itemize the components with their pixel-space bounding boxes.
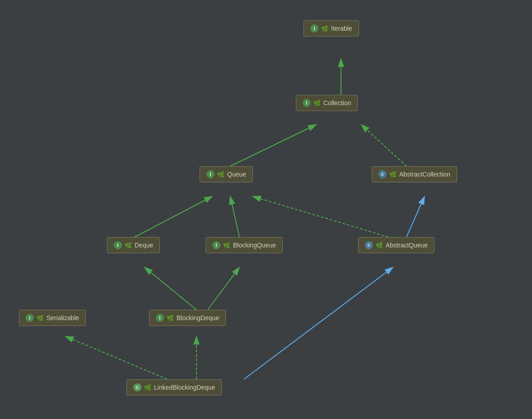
leaf-icon-blocking-queue: 🌿 <box>223 242 230 249</box>
connections-svg <box>0 0 532 419</box>
badge-blocking-deque: I <box>156 314 164 322</box>
node-linked-blocking-deque[interactable]: C 🌿 LinkedBlockingDeque <box>126 379 222 396</box>
badge-deque: I <box>114 241 122 249</box>
node-blocking-deque[interactable]: I 🌿 BlockingDeque <box>149 310 226 326</box>
badge-serializable: I <box>26 314 34 322</box>
badge-linked-blocking-deque: C <box>133 383 141 391</box>
label-collection: Collection <box>323 99 351 107</box>
leaf-icon-linked-blocking-deque: 🌿 <box>144 384 151 391</box>
svg-line-8 <box>253 196 388 237</box>
node-queue[interactable]: I 🌿 Queue <box>200 166 253 182</box>
node-collection[interactable]: I 🌿 Collection <box>296 95 358 111</box>
node-serializable[interactable]: I 🌿 Serializable <box>19 310 86 326</box>
svg-line-14 <box>244 267 393 379</box>
node-abstract-collection[interactable]: C 🌿 AbstractCollection <box>372 166 457 182</box>
badge-abstract-queue: C <box>365 241 373 249</box>
svg-line-5 <box>361 125 406 166</box>
leaf-icon-queue: 🌿 <box>217 171 224 178</box>
leaf-icon-deque: 🌿 <box>125 242 132 249</box>
svg-line-7 <box>230 196 239 237</box>
label-blocking-deque: BlockingDeque <box>177 314 219 321</box>
label-iterable: Iterable <box>331 25 352 32</box>
svg-line-11 <box>208 267 239 310</box>
leaf-icon-serializable: 🌿 <box>37 315 44 321</box>
svg-line-12 <box>65 336 167 379</box>
svg-line-6 <box>135 196 212 237</box>
badge-queue: I <box>206 170 215 178</box>
leaf-icon-abstract-collection: 🌿 <box>389 171 397 178</box>
label-deque: Deque <box>135 242 153 249</box>
svg-line-9 <box>406 196 425 237</box>
label-abstract-queue: AbstractQueue <box>386 242 428 249</box>
node-blocking-queue[interactable]: I 🌿 BlockingQueue <box>205 237 283 253</box>
svg-line-4 <box>230 125 316 166</box>
label-abstract-collection: AbstractCollection <box>399 171 450 178</box>
diagram-container: I 🌿 Iterable I 🌿 Collection I 🌿 Queue C … <box>0 0 532 419</box>
label-blocking-queue: BlockingQueue <box>233 242 276 249</box>
label-queue: Queue <box>227 171 246 178</box>
leaf-icon-abstract-queue: 🌿 <box>376 242 383 249</box>
label-serializable: Serializable <box>47 314 79 321</box>
badge-iterable: I <box>310 24 318 33</box>
badge-collection: I <box>303 99 311 107</box>
node-iterable[interactable]: I 🌿 Iterable <box>303 20 359 37</box>
badge-blocking-queue: I <box>212 241 220 249</box>
svg-line-10 <box>145 267 196 310</box>
node-abstract-queue[interactable]: C 🌿 AbstractQueue <box>358 237 434 253</box>
leaf-icon-blocking-deque: 🌿 <box>167 315 174 321</box>
badge-abstract-collection: C <box>378 170 387 178</box>
label-linked-blocking-deque: LinkedBlockingDeque <box>154 384 215 391</box>
node-deque[interactable]: I 🌿 Deque <box>107 237 160 253</box>
leaf-icon-collection: 🌿 <box>313 100 321 107</box>
leaf-icon-iterable: 🌿 <box>321 25 328 32</box>
